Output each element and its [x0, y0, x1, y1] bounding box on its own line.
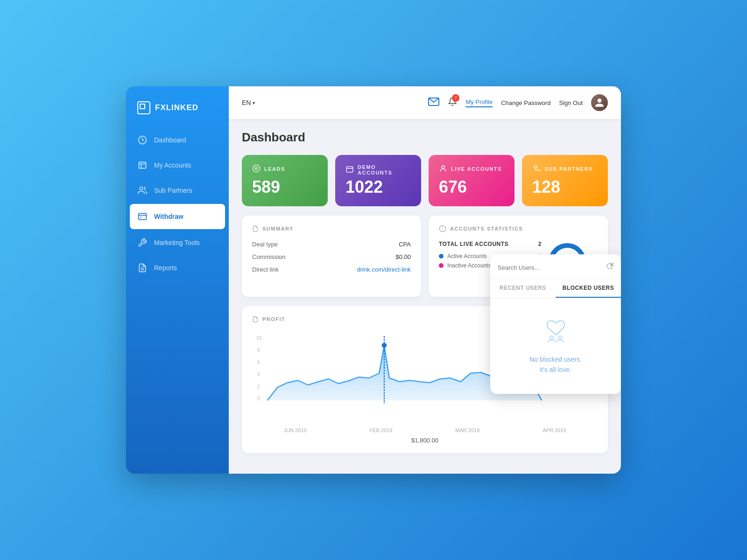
svg-point-12: [255, 168, 258, 170]
sidebar-item-label: Dashboard: [154, 136, 186, 144]
my-profile-link[interactable]: My Profile: [465, 98, 493, 107]
svg-text:2: 2: [257, 384, 260, 389]
topbar-right: 7 My Profile Change Password Sign Out: [428, 94, 608, 111]
profit-icon: [252, 315, 259, 323]
no-users-icon: [543, 317, 569, 347]
stat-card-value: 676: [439, 177, 504, 197]
demo-accounts-icon: [345, 165, 354, 175]
page-title: Dashboard: [242, 130, 608, 145]
summary-row-deal-type: Deal type CPA: [252, 241, 411, 248]
users-popup: × RECENT USERS BLOCKED USERS: [490, 254, 621, 394]
sidebar-item-label: Sub Partners: [154, 187, 192, 194]
recent-users-tab[interactable]: RECENT USERS: [490, 279, 556, 298]
svg-point-15: [442, 166, 444, 168]
svg-text:6: 6: [257, 360, 260, 365]
sidebar-item-label: My Accounts: [154, 161, 191, 169]
leads-icon: [252, 164, 261, 174]
accounts-stats-title: ACCOUNTS STATISTICS: [439, 225, 598, 232]
sign-out-link[interactable]: Sign Out: [559, 99, 583, 106]
svg-point-32: [550, 336, 553, 339]
search-users-input[interactable]: [498, 264, 602, 271]
no-users-text: No blocked users.it's all love.: [529, 354, 582, 375]
sidebar-item-label: Marketing Tools: [154, 239, 200, 246]
sidebar-item-dashboard[interactable]: Dashboard: [126, 127, 229, 153]
svg-text:8: 8: [257, 348, 260, 353]
svg-rect-5: [139, 213, 147, 219]
stat-card-label: LIVE ACCOUNTS: [439, 164, 504, 174]
stat-card-value: 128: [532, 177, 598, 197]
stat-card-value: 1022: [345, 177, 411, 197]
my-accounts-icon: [137, 160, 148, 170]
blocked-users-tab[interactable]: BLOCKED USERS: [556, 279, 621, 298]
sub-partners-icon: [532, 164, 541, 174]
user-avatar[interactable]: [591, 94, 608, 111]
popup-tabs: RECENT USERS BLOCKED USERS: [490, 279, 621, 298]
popup-body: No blocked users.it's all love.: [490, 298, 621, 394]
sidebar: FXLINKED Dashboard My Accounts: [126, 86, 229, 474]
accounts-stats-icon: [439, 225, 446, 232]
svg-text:0: 0: [257, 396, 260, 401]
chart-amount: $1,800.00: [252, 437, 598, 444]
reports-icon: [137, 263, 148, 273]
dashboard-icon: [137, 135, 148, 145]
svg-rect-13: [346, 167, 353, 172]
svg-text:10: 10: [256, 336, 262, 341]
summary-row-commission: Commission $0.00: [252, 253, 411, 260]
app-name: FXLINKED: [155, 103, 198, 112]
stat-card-live-accounts[interactable]: LIVE ACCOUNTS 676: [429, 155, 514, 206]
marketing-tools-icon: [137, 238, 148, 248]
svg-point-33: [558, 336, 562, 339]
total-row: TOTAL LIVE ACCOUNTS 2: [439, 241, 542, 247]
inactive-dot: [439, 263, 444, 268]
sidebar-item-sub-partners[interactable]: Sub Partners: [126, 178, 229, 203]
live-accounts-icon: [439, 164, 447, 174]
logo-icon: [137, 101, 150, 114]
active-dot: [439, 254, 444, 259]
topbar-left: EN ▾: [242, 99, 255, 106]
stat-card-label: DEMO ACCOUNTS: [345, 164, 411, 175]
withdraw-icon: [137, 211, 148, 222]
stat-card-sub-partners[interactable]: SUB PARTNERS 128: [522, 155, 608, 206]
topbar: EN ▾ 7 My Profile: [229, 86, 621, 119]
svg-rect-1: [139, 162, 146, 168]
stat-card-label: LEADS: [252, 164, 317, 174]
sidebar-item-marketing-tools[interactable]: Marketing Tools: [126, 230, 229, 255]
svg-point-29: [382, 343, 387, 348]
change-password-link[interactable]: Change Password: [501, 99, 550, 106]
svg-point-16: [534, 165, 537, 168]
sidebar-item-withdraw[interactable]: Withdraw: [130, 204, 225, 229]
sidebar-item-label: Withdraw: [154, 213, 183, 220]
svg-text:4: 4: [257, 372, 260, 377]
main-content: EN ▾ 7 My Profile: [229, 86, 621, 474]
notification-button[interactable]: 7: [448, 97, 457, 109]
svg-point-11: [253, 165, 260, 172]
notification-badge: 7: [452, 94, 459, 102]
summary-card: SUMMARY Deal type CPA Commission $0.00 D…: [242, 216, 421, 297]
sidebar-item-label: Reports: [154, 264, 177, 272]
sidebar-nav: Dashboard My Accounts Sub Partners: [126, 127, 229, 474]
summary-row-direct-link: Direct link drink.com/direct-link: [252, 266, 411, 273]
mail-button[interactable]: [428, 98, 439, 108]
stat-card-value: 589: [252, 177, 317, 197]
page-content: Dashboard LEADS 589: [229, 119, 621, 474]
close-popup-button[interactable]: ×: [609, 260, 614, 270]
summary-icon: [252, 225, 259, 232]
popup-search: [490, 256, 621, 279]
stat-card-demo-accounts[interactable]: DEMO ACCOUNTS 1022: [335, 155, 421, 206]
sidebar-item-reports[interactable]: Reports: [126, 255, 229, 280]
summary-title: SUMMARY: [252, 225, 411, 232]
chart-x-labels: JUN 2019 FEB 2019 MAR 2019 APR 2019: [252, 427, 598, 433]
language-selector[interactable]: EN ▾: [242, 99, 255, 106]
svg-point-4: [140, 187, 143, 190]
stat-card-label: SUB PARTNERS: [532, 164, 598, 174]
app-logo: FXLINKED: [126, 86, 229, 127]
sidebar-item-my-accounts[interactable]: My Accounts: [126, 153, 229, 178]
stat-cards: LEADS 589 DEMO ACCOUNTS 1022: [242, 155, 608, 206]
stat-card-leads[interactable]: LEADS 589: [242, 155, 328, 206]
chevron-down-icon: ▾: [253, 100, 255, 105]
sub-partners-icon: [137, 185, 148, 196]
